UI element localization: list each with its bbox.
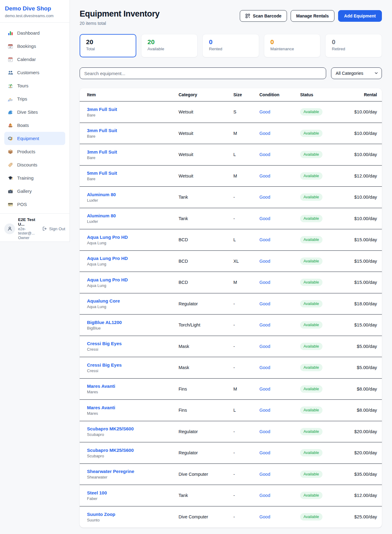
stat-value: 0 <box>332 38 375 46</box>
condition-link[interactable]: Good <box>259 152 270 157</box>
item-name-link[interactable]: Scubapro MK25/S600 <box>87 448 179 453</box>
stat-label: Maintenance <box>270 47 314 51</box>
condition-link[interactable]: Good <box>259 344 270 349</box>
sidebar-item-label: Equipment <box>17 136 39 141</box>
item-name-link[interactable]: Scubapro MK25/S600 <box>87 426 179 431</box>
condition-link[interactable]: Good <box>259 259 270 264</box>
item-name-link[interactable]: Cressi Big Eyes <box>87 341 179 346</box>
item-name-link[interactable]: Mares Avanti <box>87 383 179 389</box>
condition-link[interactable]: Good <box>259 280 270 285</box>
item-name-link[interactable]: Cressi Big Eyes <box>87 362 179 368</box>
condition-link[interactable]: Good <box>259 322 270 327</box>
item-name-link[interactable]: BigBlue AL1200 <box>87 320 179 325</box>
item-category: Wetsuit <box>179 109 233 114</box>
sidebar: Demo Dive Shop demo.test.divestreams.com… <box>0 0 70 242</box>
stat-card[interactable]: 0 Retired <box>325 34 382 57</box>
item-size: M <box>233 387 259 391</box>
sidebar-item[interactable]: Customers <box>4 66 65 79</box>
manage-rentals-button[interactable]: Manage Rentals <box>291 10 334 22</box>
condition-link[interactable]: Good <box>259 365 270 370</box>
sidebar-item[interactable]: Equipment <box>4 132 65 145</box>
item-name-link[interactable]: 5mm Full Suit <box>87 170 179 176</box>
scan-barcode-label: Scan Barcode <box>253 13 281 18</box>
rental-price: $10.00/day <box>354 194 377 200</box>
sidebar-item[interactable]: Calendar <box>4 53 65 66</box>
stat-card[interactable]: 0 Maintenance <box>264 34 321 57</box>
item-name-link[interactable]: Mares Avanti <box>87 405 179 410</box>
rental-price: $15.00/day <box>354 237 377 242</box>
item-name-link[interactable]: Aluminum 80 <box>87 192 179 197</box>
item-name-link[interactable]: 3mm Full Suit <box>87 128 179 133</box>
stat-card[interactable]: 20 Available <box>141 34 198 57</box>
status-badge: Available <box>300 300 322 307</box>
item-name-link[interactable]: Suunto Zoop <box>87 512 179 517</box>
rental-price: $25.00/day <box>354 514 377 519</box>
stat-label: Retired <box>332 47 375 51</box>
item-size: - <box>233 195 259 200</box>
sidebar-item[interactable]: Discounts <box>4 158 65 171</box>
item-name-link[interactable]: Aqualung Core <box>87 298 179 303</box>
status-badge: Available <box>300 193 322 201</box>
sidebar-item[interactable]: Training <box>4 171 65 185</box>
rental-price: $10.00/day <box>354 131 377 136</box>
condition-link[interactable]: Good <box>259 109 270 114</box>
sidebar-item[interactable]: Products <box>4 145 65 158</box>
item-size: M <box>233 174 259 178</box>
item-brand: Bare <box>87 155 179 160</box>
item-brand: Cressi <box>87 368 179 373</box>
table-row: Mares Avanti Mares Fins M Good Available… <box>80 379 382 400</box>
item-size: - <box>233 450 259 455</box>
condition-link[interactable]: Good <box>259 493 270 498</box>
category-select[interactable]: All Categories <box>331 67 382 79</box>
item-name-link[interactable]: Steel 100 <box>87 490 179 495</box>
condition-link[interactable]: Good <box>259 237 270 242</box>
condition-link[interactable]: Good <box>259 472 270 477</box>
stat-card[interactable]: 0 Rented <box>202 34 259 57</box>
sidebar-item[interactable]: Gallery <box>4 185 65 198</box>
item-name-link[interactable]: Aqua Lung Pro HD <box>87 277 179 282</box>
rental-price: $10.00/day <box>354 216 377 221</box>
condition-link[interactable]: Good <box>259 216 270 221</box>
brand-link[interactable]: Demo Dive Shop <box>5 5 65 12</box>
page-title: Equipment Inventory <box>80 9 160 19</box>
sidebar-item[interactable]: Tours <box>4 79 65 92</box>
sidebar-item[interactable]: Dive Sites <box>4 105 65 119</box>
sidebar-item-label: Calendar <box>17 57 36 62</box>
item-name-link[interactable]: 3mm Full Suit <box>87 107 179 112</box>
item-name-link[interactable]: Shearwater Peregrine <box>87 469 179 474</box>
condition-link[interactable]: Good <box>259 514 270 519</box>
item-category: Wetsuit <box>179 131 233 136</box>
item-name-link[interactable]: Aqua Lung Pro HD <box>87 235 179 240</box>
sidebar-item[interactable]: Dashboard <box>4 26 65 40</box>
scan-barcode-button[interactable]: Scan Barcode <box>240 10 287 22</box>
item-category: Fins <box>179 408 233 413</box>
condition-link[interactable]: Good <box>259 429 270 434</box>
sidebar-item[interactable]: Trips <box>4 92 65 105</box>
sidebar-item-label: Gallery <box>17 189 32 194</box>
search-input[interactable] <box>80 67 326 79</box>
item-name-link[interactable]: Aluminum 80 <box>87 213 179 218</box>
item-name-link[interactable]: 3mm Full Suit <box>87 149 179 154</box>
sidebar-item[interactable]: Boats <box>4 119 65 132</box>
condition-link[interactable]: Good <box>259 131 270 136</box>
item-category: Mask <box>179 365 233 370</box>
condition-link[interactable]: Good <box>259 387 270 391</box>
table-row: Shearwater Peregrine Shearwater Dive Com… <box>80 464 382 485</box>
sign-out-button[interactable]: Sign Out <box>42 226 65 231</box>
discounts-icon <box>8 162 13 168</box>
condition-link[interactable]: Good <box>259 408 270 413</box>
sidebar-item-label: Dashboard <box>17 30 40 36</box>
condition-link[interactable]: Good <box>259 450 270 455</box>
condition-link[interactable]: Good <box>259 174 270 178</box>
condition-link[interactable]: Good <box>259 301 270 306</box>
rental-price: $5.00/day <box>357 365 377 370</box>
item-name-link[interactable]: Aqua Lung Pro HD <box>87 256 179 261</box>
stat-card[interactable]: 20 Total <box>80 34 136 57</box>
item-category: BCD <box>179 280 233 285</box>
sidebar-item[interactable]: 17 Bookings <box>4 40 65 53</box>
condition-link[interactable]: Good <box>259 195 270 200</box>
add-equipment-button[interactable]: Add Equipment <box>338 10 382 22</box>
products-icon <box>8 149 13 154</box>
sidebar-item[interactable]: POS <box>4 198 65 211</box>
table-row: 3mm Full Suit Bare Wetsuit L Good Availa… <box>80 144 382 166</box>
